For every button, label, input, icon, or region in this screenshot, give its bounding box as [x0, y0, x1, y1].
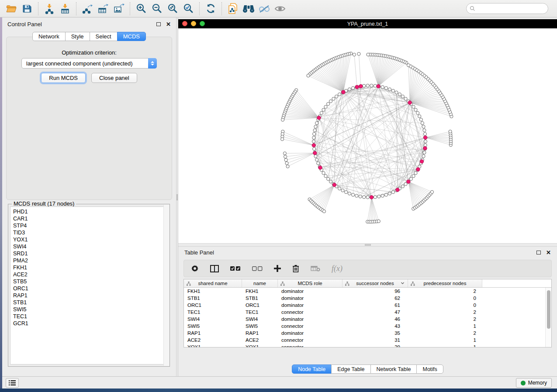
cell[interactable]: 46	[343, 316, 408, 323]
show-all-icon[interactable]	[272, 1, 288, 16]
close-panel-button[interactable]: Close panel	[91, 73, 137, 83]
cell[interactable]: TEC1	[184, 309, 242, 316]
refresh-icon[interactable]	[203, 1, 218, 16]
select-all-icon[interactable]	[230, 266, 241, 271]
table-row[interactable]: RAP1RAP1dominator352	[184, 330, 551, 337]
cell[interactable]: 2	[408, 288, 482, 295]
table-tab-edge-table[interactable]: Edge Table	[331, 364, 370, 374]
export-table-icon[interactable]	[95, 1, 111, 16]
network-view[interactable]	[178, 28, 557, 243]
table-row[interactable]: STB1STB1dominator620	[184, 295, 551, 302]
mcds-result-item[interactable]: ACE2	[13, 271, 167, 278]
zoom-selected-icon[interactable]	[180, 1, 196, 16]
cell[interactable]: ORC1	[242, 302, 278, 309]
table-row[interactable]: FKH1FKH1dominator962	[184, 288, 551, 295]
cell[interactable]: 2	[408, 330, 482, 337]
column-header-successor-nodes[interactable]: successor nodes	[343, 279, 408, 287]
network-window-titlebar[interactable]: YPA_prune.txt_1	[178, 19, 557, 28]
add-column-icon[interactable]	[274, 265, 281, 272]
mcds-result-item[interactable]: STB1	[13, 299, 167, 306]
cell[interactable]: 35	[343, 330, 408, 337]
mcds-result-item[interactable]: PHD1	[13, 208, 167, 215]
close-panel-icon[interactable]: ✕	[546, 250, 551, 255]
close-panel-icon[interactable]: ✕	[166, 21, 171, 27]
splitter-handle[interactable]	[365, 244, 371, 246]
mcds-result-item[interactable]: PMA2	[13, 257, 167, 264]
cell[interactable]: 29	[343, 344, 408, 347]
cell[interactable]: connector	[278, 309, 343, 316]
cell[interactable]: ACE2	[184, 337, 242, 344]
network-canvas-svg[interactable]	[178, 28, 557, 243]
cell[interactable]: 2	[408, 309, 482, 316]
table-tab-node-table[interactable]: Node Table	[292, 364, 332, 374]
table-row[interactable]: SWI5SWI5connector431	[184, 323, 551, 330]
column-header-predecessor-nodes[interactable]: predecessor nodes	[408, 279, 482, 287]
mcds-result-item[interactable]: GCR1	[13, 320, 167, 327]
run-mcds-button[interactable]: Run MCDS	[41, 73, 86, 83]
close-window-icon[interactable]	[182, 21, 187, 26]
cell[interactable]: connector	[278, 344, 343, 347]
maximize-window-icon[interactable]	[200, 21, 205, 26]
mcds-result-item[interactable]: ORC1	[13, 285, 167, 292]
splitter-handle[interactable]	[176, 194, 178, 200]
minimize-window-icon[interactable]	[191, 21, 196, 26]
mcds-result-item[interactable]: STP4	[13, 222, 167, 229]
cell[interactable]: 2	[408, 316, 482, 323]
open-icon[interactable]	[3, 1, 19, 16]
table-row[interactable]: ACE2ACE2connector311	[184, 337, 551, 344]
float-panel-icon[interactable]	[156, 22, 161, 26]
cell[interactable]: 31	[343, 337, 408, 344]
table-row[interactable]: ORC1ORC1dominator610	[184, 302, 551, 309]
hide-selected-icon[interactable]	[256, 1, 272, 16]
cell[interactable]: 1	[408, 323, 482, 330]
cell[interactable]: connector	[278, 323, 343, 330]
cell[interactable]: 0	[408, 295, 482, 302]
delete-column-icon[interactable]	[292, 265, 299, 272]
zoom-out-icon[interactable]	[149, 1, 165, 16]
criterion-dropdown[interactable]: largest connected component (undirected)	[21, 58, 157, 69]
tab-style[interactable]: Style	[65, 32, 90, 41]
mcds-result-item[interactable]: CAR1	[13, 215, 167, 222]
zoom-in-icon[interactable]	[133, 1, 149, 16]
cell[interactable]: connector	[278, 337, 343, 344]
gear-icon[interactable]	[191, 265, 199, 272]
export-image-icon[interactable]	[111, 1, 127, 16]
cell[interactable]: 1	[408, 337, 482, 344]
import-network-icon[interactable]	[42, 1, 57, 16]
split-view-icon[interactable]	[210, 265, 219, 272]
cell[interactable]: dominator	[278, 295, 343, 302]
cell[interactable]: STB1	[184, 295, 242, 302]
import-table-icon[interactable]	[57, 1, 73, 16]
cell[interactable]: 96	[343, 288, 408, 295]
cell[interactable]: FKH1	[184, 288, 242, 295]
mcds-result-item[interactable]: FKH1	[13, 264, 167, 271]
memory-button[interactable]: Memory	[516, 378, 552, 388]
mcds-result-item[interactable]: SWI4	[13, 243, 167, 250]
table-row[interactable]: SWI4SWI4dominator462	[184, 316, 551, 323]
mcds-result-item[interactable]: RAP1	[13, 292, 167, 299]
table-tab-motifs[interactable]: Motifs	[416, 364, 443, 374]
mcds-result-item[interactable]: TID3	[13, 229, 167, 236]
horizontal-splitter[interactable]	[178, 243, 557, 247]
zoom-fit-icon[interactable]	[165, 1, 180, 16]
first-neighbors-icon[interactable]	[241, 1, 256, 16]
mcds-result-item[interactable]: TEC1	[13, 313, 167, 320]
table-tab-network-table[interactable]: Network Table	[370, 364, 417, 374]
cell[interactable]: 62	[343, 295, 408, 302]
search-input[interactable]	[475, 5, 545, 12]
table-row[interactable]: TEC1TEC1connector472	[184, 309, 551, 316]
task-history-button[interactable]	[6, 378, 19, 388]
column-header-MCDS-role[interactable]: MCDS role	[278, 279, 343, 287]
cell[interactable]: SWI5	[184, 323, 242, 330]
function-builder-icon[interactable]: f(x)	[332, 264, 343, 273]
cell[interactable]: ACE2	[242, 337, 278, 344]
cell[interactable]: RAP1	[242, 330, 278, 337]
mcds-result-item[interactable]: SRD1	[13, 250, 167, 257]
column-header-shared-name[interactable]: shared name	[184, 279, 242, 287]
cell[interactable]: ORC1	[184, 302, 242, 309]
export-network-icon[interactable]	[80, 1, 95, 16]
tab-mcds[interactable]: MCDS	[117, 32, 146, 41]
cell[interactable]: 43	[343, 323, 408, 330]
vertical-splitter[interactable]	[176, 17, 178, 376]
cell[interactable]: 61	[343, 302, 408, 309]
